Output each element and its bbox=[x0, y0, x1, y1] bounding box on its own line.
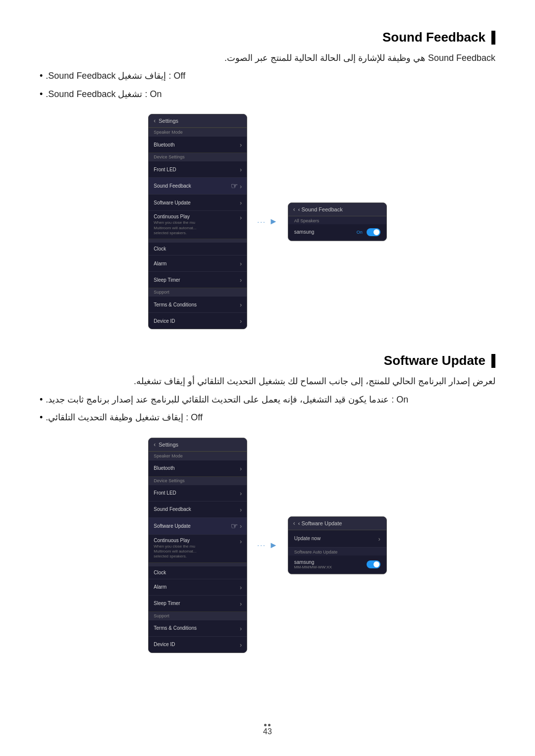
su-screen-title: ‹ Software Update bbox=[298, 520, 342, 526]
front-led-item-su: Front LED bbox=[149, 485, 247, 501]
sf-device-name: samsung bbox=[294, 229, 315, 235]
sf-toggle bbox=[367, 228, 380, 236]
auto-update-section-label: Software Auto Update bbox=[288, 548, 386, 555]
software-update-indicator bbox=[491, 354, 495, 368]
arrow-su: ··· ► bbox=[257, 540, 278, 551]
sf-screen-title: ‹ Sound Feedback bbox=[298, 206, 343, 212]
front-led-item-sf: Front LED bbox=[149, 161, 247, 177]
device-settings-label-su: Device Settings bbox=[149, 476, 247, 485]
software-update-item-sf: Software Update bbox=[149, 194, 247, 210]
clock-section-sf bbox=[149, 239, 247, 242]
arrow-sf: ··· ► bbox=[257, 216, 278, 227]
software-update-description: لعرض إصدار البرنامج الحالي للمنتج، إلى ج… bbox=[40, 373, 495, 425]
support-label-su: Support bbox=[149, 611, 247, 620]
software-update-item-su: Software Update ☞ bbox=[149, 517, 247, 534]
page-dot-1 bbox=[264, 724, 267, 726]
back-arrow-sf: ‹ bbox=[154, 117, 156, 124]
su-device-row: samsung MM-MM/MW-WW:XX bbox=[288, 555, 386, 574]
page-number-container: 43 bbox=[263, 724, 272, 736]
sleep-timer-item-su: Sleep Timer bbox=[149, 595, 247, 611]
settings-screen-su: ‹ Settings Speaker Mode Bluetooth Device… bbox=[148, 438, 247, 653]
sound-feedback-screenshots: ‹ Settings Speaker Mode Bluetooth Device… bbox=[40, 114, 495, 329]
terms-item-sf: Terms & Conditions bbox=[149, 296, 247, 312]
settings-screen-title-sf: Settings bbox=[159, 118, 178, 124]
update-now-label: Update now bbox=[294, 536, 321, 541]
software-update-screenshots: ‹ Settings Speaker Mode Bluetooth Device… bbox=[40, 438, 495, 653]
hand-cursor-sf: ☞ bbox=[231, 181, 238, 191]
speaker-mode-label-su: Speaker Mode bbox=[149, 452, 247, 460]
terms-item-su: Terms & Conditions bbox=[149, 620, 247, 636]
continuous-play-item-su: Continuous Play When you close the muMul… bbox=[149, 534, 247, 562]
sound-feedback-item-su: Sound Feedback bbox=[149, 501, 247, 517]
all-speakers-label: All Speakers bbox=[288, 216, 386, 224]
software-update-title: Software Update bbox=[384, 353, 485, 368]
settings-screen-title-su: Settings bbox=[159, 442, 178, 448]
back-arrow-sud: ‹ bbox=[293, 520, 295, 527]
alarm-item-su: Alarm bbox=[149, 579, 247, 595]
sound-feedback-item-sf: Sound Feedback ☞ bbox=[149, 177, 247, 194]
back-arrow-sfd: ‹ bbox=[293, 206, 295, 213]
device-id-item-sf: Device ID bbox=[149, 312, 247, 329]
speaker-mode-label: Speaker Mode bbox=[149, 128, 247, 136]
sound-feedback-section-header: Sound Feedback bbox=[40, 30, 495, 45]
su-device-id: MM-MM/MW-WW:XX bbox=[294, 565, 332, 569]
su-toggle-wrapper bbox=[367, 560, 380, 568]
sf-device-row: samsung On bbox=[288, 224, 386, 241]
su-device-name: samsung bbox=[294, 559, 332, 565]
support-label-sf: Support bbox=[149, 288, 247, 296]
sound-feedback-indicator bbox=[491, 31, 495, 45]
clock-item-sf: Clock bbox=[149, 242, 247, 255]
sound-feedback-description: Sound Feedback هي وظيفة للإشارة إلى الحا… bbox=[40, 50, 495, 102]
back-arrow-su: ‹ bbox=[154, 441, 156, 448]
clock-section-su bbox=[149, 562, 247, 566]
sleep-timer-item-sf: Sleep Timer bbox=[149, 271, 247, 288]
page-dot-2 bbox=[268, 724, 270, 726]
device-id-item-su: Device ID bbox=[149, 636, 247, 653]
sound-feedback-title: Sound Feedback bbox=[382, 30, 485, 45]
continuous-play-item-sf: Continuous Play When you close the muMul… bbox=[149, 210, 247, 239]
sound-feedback-detail-screen: ‹ ‹ Sound Feedback All Speakers samsung … bbox=[288, 202, 387, 241]
sf-toggle-wrapper: On bbox=[357, 228, 380, 236]
alarm-item-sf: Alarm bbox=[149, 255, 247, 271]
page-number: 43 bbox=[263, 727, 272, 736]
hand-cursor-su: ☞ bbox=[231, 521, 238, 531]
clock-item-su: Clock bbox=[149, 566, 247, 579]
device-settings-label-sf: Device Settings bbox=[149, 152, 247, 161]
settings-screen-sf: ‹ Settings Speaker Mode Bluetooth Device… bbox=[148, 114, 247, 329]
update-now-row: Update now bbox=[288, 530, 386, 548]
su-toggle bbox=[367, 560, 380, 568]
software-update-section-header: Software Update bbox=[40, 353, 495, 368]
sf-toggle-label: On bbox=[357, 230, 363, 235]
bluetooth-item-sf: Bluetooth bbox=[149, 136, 247, 152]
bluetooth-item-su: Bluetooth bbox=[149, 460, 247, 476]
software-update-detail-screen: ‹ ‹ Software Update Update now Software … bbox=[288, 516, 387, 574]
